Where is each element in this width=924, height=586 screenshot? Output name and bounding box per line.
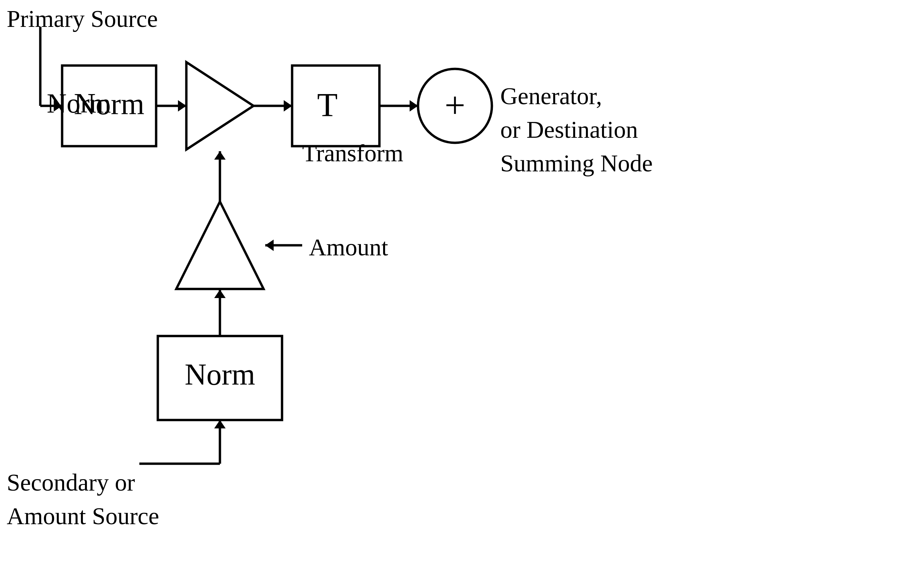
- transform-t-label: T: [317, 86, 337, 123]
- transform-label: Transform: [302, 140, 403, 167]
- norm-bottom-text: Norm: [185, 358, 255, 391]
- svg-marker-10: [214, 151, 226, 160]
- svg-marker-8: [410, 100, 418, 111]
- summing-plus-label: +: [444, 84, 465, 126]
- svg-marker-6: [284, 100, 292, 111]
- amount-label: Amount: [309, 234, 388, 261]
- generator-line3: Summing Node: [500, 150, 653, 177]
- amplifier-amount: [176, 202, 264, 289]
- amplifier-top: [186, 62, 254, 149]
- svg-marker-16: [214, 420, 226, 429]
- generator-line1: Generator,: [500, 83, 602, 109]
- svg-marker-12: [265, 240, 274, 251]
- generator-line2: or Destination: [500, 116, 638, 143]
- svg-marker-14: [214, 290, 226, 298]
- secondary-line1: Secondary or: [7, 469, 135, 496]
- svg-marker-4: [178, 100, 186, 111]
- secondary-line2: Amount Source: [7, 503, 159, 530]
- norm-top-text: Norm: [74, 88, 144, 121]
- primary-source-label: Primary Source: [7, 5, 158, 32]
